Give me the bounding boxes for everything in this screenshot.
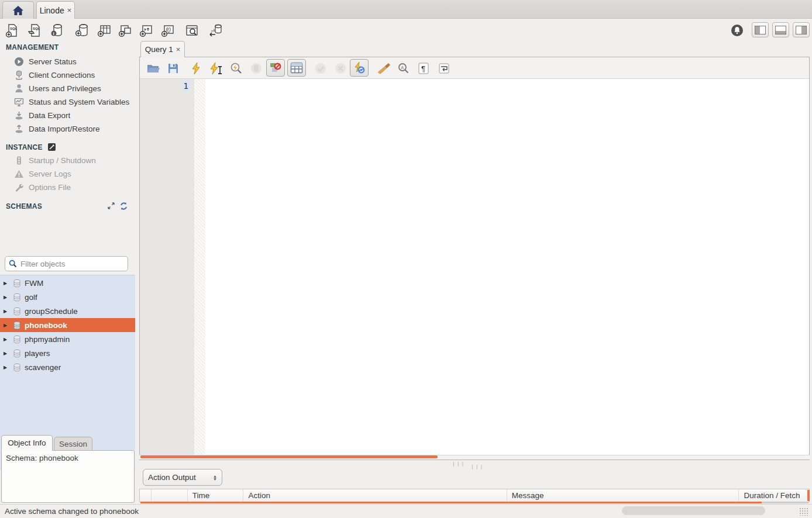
server-logs-icon bbox=[14, 169, 24, 179]
explain-query-icon[interactable] bbox=[229, 61, 244, 76]
startup-shutdown-icon bbox=[14, 156, 24, 165]
new-sql-tab-icon[interactable]: SQL bbox=[5, 23, 20, 38]
query-tab-label: Query 1 bbox=[145, 45, 173, 54]
schema-row-scavenger[interactable]: ▶ scavenger bbox=[0, 360, 135, 374]
output-selector-value: Action Output bbox=[148, 473, 196, 482]
toggle-right-panel-button[interactable] bbox=[793, 22, 810, 37]
splitter-grip[interactable]: ❘❘❘ bbox=[452, 461, 465, 467]
schema-filter-input[interactable] bbox=[20, 260, 124, 268]
output-vscrollbar-thumb[interactable] bbox=[807, 490, 810, 501]
sidebar-item-options-file[interactable]: Options File bbox=[14, 181, 136, 194]
column-header-blank2[interactable] bbox=[152, 489, 188, 502]
sidebar-item-data-import[interactable]: Data Import/Restore bbox=[14, 122, 136, 136]
window-resize-grip[interactable] bbox=[799, 507, 808, 516]
expander-icon[interactable]: ▶ bbox=[4, 309, 9, 314]
schema-row-golf[interactable]: ▶ golf bbox=[0, 290, 135, 304]
toggle-invisible-chars-icon[interactable]: ¶ bbox=[416, 61, 431, 76]
notification-icon[interactable] bbox=[730, 23, 745, 38]
execute-query-icon[interactable] bbox=[189, 61, 204, 76]
management-section-header: MANAGEMENT bbox=[6, 43, 59, 51]
toggle-word-wrap-icon[interactable] bbox=[436, 61, 452, 76]
new-table-icon[interactable] bbox=[97, 23, 112, 38]
stop-query-icon[interactable] bbox=[249, 61, 264, 76]
refresh-schemas-icon[interactable] bbox=[119, 202, 129, 211]
sidebar-item-label: Options File bbox=[29, 183, 71, 192]
home-tab[interactable] bbox=[2, 1, 34, 19]
close-icon[interactable]: × bbox=[67, 6, 72, 15]
close-icon[interactable]: × bbox=[176, 45, 181, 54]
toggle-stop-on-error-button[interactable] bbox=[266, 59, 285, 77]
column-header-blank1[interactable] bbox=[140, 489, 152, 502]
query-tab[interactable]: Query 1 × bbox=[140, 41, 185, 57]
expander-icon[interactable]: ▶ bbox=[4, 295, 9, 300]
expand-schemas-icon[interactable] bbox=[107, 202, 116, 211]
sidebar-item-server-status[interactable]: Server Status bbox=[14, 55, 136, 68]
editor-fold-margin bbox=[194, 79, 205, 457]
schema-icon bbox=[13, 335, 21, 344]
new-schema-icon[interactable] bbox=[75, 23, 90, 38]
connection-tab-linode[interactable]: Linode × bbox=[36, 1, 75, 19]
save-script-icon[interactable] bbox=[166, 61, 181, 76]
tab-session[interactable]: Session bbox=[54, 437, 92, 451]
expander-icon[interactable]: ▶ bbox=[4, 337, 9, 342]
column-header-duration[interactable]: Duration / Fetch bbox=[739, 489, 809, 502]
find-panel-icon[interactable]: A bbox=[396, 61, 411, 76]
svg-text:f(): f() bbox=[166, 27, 171, 33]
schema-row-phpmyadmin[interactable]: ▶ phpmyadmin bbox=[0, 332, 135, 346]
instance-admin-icon bbox=[47, 143, 56, 151]
sidebar-item-client-connections[interactable]: Client Connections bbox=[14, 68, 136, 82]
expander-icon[interactable]: ▶ bbox=[4, 323, 9, 328]
editor-hscrollbar-thumb[interactable] bbox=[140, 455, 438, 458]
new-procedure-icon[interactable] bbox=[139, 23, 154, 38]
output-selector[interactable]: Action Output ▲▼ bbox=[143, 469, 222, 486]
column-header-action[interactable]: Action bbox=[243, 489, 507, 502]
search-table-data-icon[interactable] bbox=[184, 23, 199, 38]
schema-icon bbox=[13, 349, 21, 358]
schema-icon bbox=[13, 293, 21, 302]
schema-inspector-icon[interactable]: i bbox=[50, 23, 65, 38]
expander-icon[interactable]: ▶ bbox=[4, 281, 9, 286]
sidebar-item-status-variables[interactable]: Status and System Variables bbox=[14, 95, 136, 109]
mysql-workbench-window: Linode × SQL SQL i bbox=[0, 0, 812, 518]
execute-current-statement-icon[interactable] bbox=[209, 61, 224, 76]
expander-icon[interactable]: ▶ bbox=[4, 365, 9, 370]
schema-name: golf bbox=[25, 293, 37, 302]
toggle-bottom-panel-button[interactable] bbox=[772, 22, 789, 37]
new-function-icon[interactable]: f() bbox=[160, 23, 176, 38]
autocommit-icon bbox=[353, 61, 366, 74]
output-table-header: Time Action Message Duration / Fetch bbox=[139, 489, 810, 502]
sql-editor-text-area[interactable] bbox=[205, 79, 809, 457]
sidebar-item-startup-shutdown[interactable]: Startup / Shutdown bbox=[14, 154, 136, 167]
tab-object-info[interactable]: Object Info bbox=[1, 435, 53, 451]
reconnect-dbms-icon[interactable] bbox=[208, 23, 223, 38]
open-file-icon[interactable] bbox=[146, 61, 161, 76]
schema-name: FWM bbox=[25, 279, 43, 288]
splitter-grip[interactable]: ❘❘❘ bbox=[470, 464, 484, 469]
column-header-message[interactable]: Message bbox=[507, 489, 739, 502]
bottom-hscrollbar-thumb[interactable] bbox=[622, 506, 765, 515]
schema-icon bbox=[13, 363, 21, 372]
commit-icon[interactable] bbox=[313, 61, 328, 76]
schema-name: phpmyadmin bbox=[25, 335, 70, 344]
sidebar-item-data-export[interactable]: Data Export bbox=[14, 109, 136, 122]
column-header-time[interactable]: Time bbox=[188, 489, 244, 502]
schema-row-players[interactable]: ▶ players bbox=[0, 346, 135, 360]
toggle-left-panel-button[interactable] bbox=[752, 22, 769, 37]
rollback-icon[interactable] bbox=[333, 61, 348, 76]
connection-tab-label: Linode bbox=[40, 6, 64, 15]
editor-gutter: 1 bbox=[140, 79, 194, 457]
toggle-autocommit-button[interactable] bbox=[350, 59, 369, 77]
limit-rows-button[interactable] bbox=[287, 59, 306, 77]
status-message: Active schema changed to phonebook bbox=[5, 507, 139, 516]
sidebar-item-users-privileges[interactable]: Users and Privileges bbox=[14, 82, 136, 95]
schema-row-phonebook[interactable]: ▶ phonebook bbox=[0, 318, 135, 332]
beautify-script-icon[interactable] bbox=[376, 61, 391, 76]
open-sql-script-icon[interactable]: SQL bbox=[27, 23, 42, 38]
expander-icon[interactable]: ▶ bbox=[4, 351, 9, 356]
sidebar-item-label: Client Connections bbox=[29, 71, 95, 80]
schema-row-groupschedule[interactable]: ▶ groupSchedule bbox=[0, 304, 135, 318]
sidebar-item-server-logs[interactable]: Server Logs bbox=[14, 167, 136, 181]
schema-row-fwm[interactable]: ▶ FWM bbox=[0, 276, 135, 290]
search-icon bbox=[9, 259, 17, 268]
new-view-icon[interactable] bbox=[118, 23, 133, 38]
